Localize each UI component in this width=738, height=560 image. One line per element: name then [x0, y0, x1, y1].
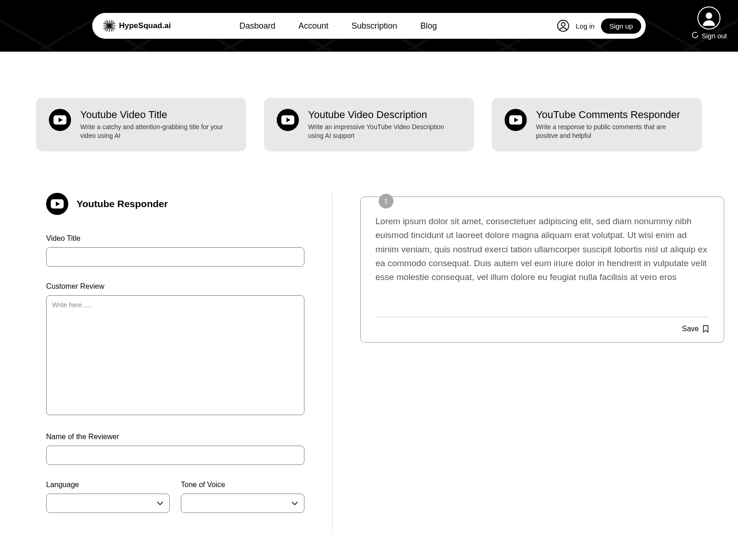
nav-right: Log in Sign up: [557, 18, 641, 34]
video-title-input[interactable]: [46, 247, 304, 267]
result-text: Lorem ipsum dolor sit amet, consectetuer…: [375, 214, 709, 285]
nav-links: Dasboard Account Subscription Blog: [239, 21, 437, 31]
select-row: Language Tone of Voice: [46, 481, 304, 513]
youtube-icon: [505, 109, 527, 131]
nav-pill: HypeSquad.ai Dasboard Account Subscripti…: [92, 13, 646, 39]
account-corner: Sign out: [691, 6, 727, 40]
card-video-title[interactable]: Youtube Video Title Write a catchy and a…: [36, 98, 246, 151]
user-solid-icon: [701, 10, 717, 26]
nav-subscription[interactable]: Subscription: [351, 21, 397, 31]
language-label: Language: [46, 481, 170, 489]
customer-review-label: Customer Review: [46, 282, 304, 291]
login-link[interactable]: Log in: [576, 22, 595, 30]
burst-icon: [102, 19, 116, 33]
signout-link[interactable]: Sign out: [691, 31, 727, 40]
signout-icon: [691, 31, 699, 40]
card-title: Youtube Video Title: [80, 109, 233, 121]
card-video-description[interactable]: Youtube Video Description Write an impre…: [264, 98, 474, 151]
youtube-icon: [46, 193, 68, 215]
reviewer-name-label: Name of the Reviewer: [46, 433, 304, 441]
language-select[interactable]: [46, 494, 170, 513]
main: Youtube Responder Video Title Customer R…: [0, 193, 738, 534]
brand-name: HypeSquad.ai: [119, 21, 171, 30]
nav-account[interactable]: Account: [298, 21, 328, 31]
signout-label: Sign out: [702, 32, 727, 40]
signup-button[interactable]: Sign up: [601, 18, 641, 34]
chevron-down-icon: [291, 499, 298, 507]
card-title: Youtube Video Description: [308, 109, 461, 121]
form-column: Youtube Responder Video Title Customer R…: [46, 193, 332, 534]
youtube-icon: [277, 109, 299, 131]
header: HypeSquad.ai Dasboard Account Subscripti…: [0, 0, 738, 52]
nav-dashboard[interactable]: Dasboard: [239, 21, 275, 31]
video-title-label: Video Title: [46, 234, 304, 243]
customer-review-input[interactable]: [46, 295, 304, 415]
card-desc: Write a catchy and attention-grabbing ti…: [80, 123, 233, 140]
nav-blog[interactable]: Blog: [420, 21, 437, 31]
save-button[interactable]: Save: [375, 325, 709, 333]
svg-point-10: [561, 23, 565, 26]
save-label: Save: [682, 325, 699, 333]
chevron-down-icon: [156, 499, 164, 507]
card-comments-responder[interactable]: YouTube Comments Responder Write a respo…: [492, 98, 702, 151]
logo[interactable]: HypeSquad.ai: [102, 19, 171, 33]
reviewer-name-input[interactable]: [46, 446, 304, 465]
card-desc: Write a response to public comments that…: [536, 123, 689, 140]
tone-select[interactable]: [181, 494, 304, 513]
feature-cards: Youtube Video Title Write a catchy and a…: [0, 52, 738, 151]
result-card: Lorem ipsum dolor sit amet, consectetuer…: [360, 197, 724, 343]
section-title: Youtube Responder: [77, 198, 168, 209]
tone-label: Tone of Voice: [181, 481, 304, 489]
avatar[interactable]: [697, 6, 720, 30]
bookmark-icon: [702, 325, 709, 333]
user-outline-icon: [557, 20, 569, 32]
result-column: 1 Lorem ipsum dolor sit amet, consectetu…: [332, 193, 724, 534]
youtube-icon: [49, 109, 71, 131]
result-index-badge: 1: [379, 194, 393, 209]
section-head: Youtube Responder: [46, 193, 304, 215]
svg-point-11: [706, 12, 712, 19]
card-title: YouTube Comments Responder: [536, 109, 689, 121]
card-desc: Write an impressive YouTube Video Descri…: [308, 123, 461, 140]
divider: [375, 317, 709, 317]
svg-point-9: [558, 20, 569, 31]
